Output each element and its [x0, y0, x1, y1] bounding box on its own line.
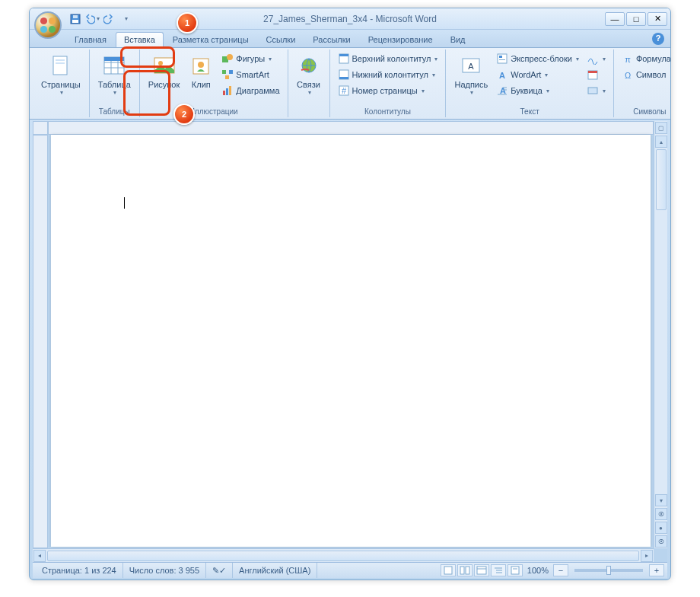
smartart-button[interactable]: SmartArt: [218, 67, 282, 82]
status-word-count[interactable]: Число слов: 3 955: [123, 563, 206, 578]
symbol-button[interactable]: Ω Символ▾: [619, 67, 671, 82]
svg-point-17: [158, 61, 163, 65]
svg-text:A: A: [499, 71, 505, 80]
view-print-layout[interactable]: [441, 564, 456, 576]
next-page-button[interactable]: ⦿: [655, 535, 667, 548]
view-draft[interactable]: [508, 564, 523, 576]
tab-mailings[interactable]: Рассылки: [304, 32, 358, 47]
clip-button[interactable]: Клип: [185, 51, 217, 91]
document-page[interactable]: [51, 135, 651, 547]
scroll-right-button[interactable]: ▸: [641, 550, 653, 562]
chart-label: Диаграмма: [236, 86, 279, 95]
zoom-slider[interactable]: [574, 569, 643, 572]
view-web-layout[interactable]: [474, 564, 489, 576]
qat-customize[interactable]: ▾: [118, 11, 133, 27]
zoom-out-button[interactable]: −: [553, 564, 568, 576]
svg-rect-32: [339, 77, 348, 79]
minimize-button[interactable]: —: [605, 12, 625, 26]
scroll-down-button[interactable]: ▾: [655, 494, 667, 506]
chevron-down-icon: ▾: [113, 89, 116, 96]
textbox-button[interactable]: A Надпись ▾: [450, 51, 492, 97]
object-button[interactable]: ▾: [584, 83, 609, 98]
tab-page-layout[interactable]: Разметка страницы: [164, 32, 257, 47]
dropcap-icon: A: [496, 85, 508, 97]
group-header-footer: Верхний колонтитул▾ Нижний колонтитул▾ #…: [330, 49, 447, 117]
tab-review[interactable]: Рецензирование: [360, 32, 441, 47]
group-text: A Надпись ▾ Экспресс-блоки▾ A WordArt▾ A: [446, 49, 613, 117]
footer-button[interactable]: Нижний колонтитул▾: [335, 67, 441, 82]
status-language[interactable]: Английский (США): [233, 563, 317, 578]
svg-rect-23: [229, 70, 233, 74]
horizontal-scrollbar[interactable]: ◂ ▸: [33, 548, 654, 562]
table-icon: [102, 54, 126, 78]
qat-undo[interactable]: ▾: [84, 11, 100, 27]
shapes-button[interactable]: Фигуры▾: [218, 51, 282, 66]
chevron-down-icon: ▾: [308, 89, 311, 96]
svg-rect-50: [444, 567, 452, 574]
svg-point-2: [40, 26, 47, 33]
group-illustrations: Рисунок Клип Фигуры▾ SmartArt: [140, 49, 288, 117]
text-cursor: [124, 197, 125, 209]
group-symbols-label: Символы: [619, 107, 671, 117]
tab-references[interactable]: Ссылки: [258, 32, 304, 47]
zoom-in-button[interactable]: +: [649, 564, 664, 576]
tab-insert[interactable]: Вставка: [116, 32, 164, 47]
shapes-icon: [221, 53, 234, 65]
wordart-button[interactable]: A WordArt▾: [493, 67, 582, 82]
page-number-button[interactable]: # Номер страницы▾: [335, 83, 441, 98]
shapes-label: Фигуры: [236, 54, 265, 63]
ruler-toggle[interactable]: ▢: [655, 122, 667, 134]
svg-rect-26: [226, 88, 228, 95]
qat-redo[interactable]: [101, 11, 116, 27]
group-symbols: π Формула▾ Ω Символ▾ Символы: [614, 49, 671, 117]
dropcap-button[interactable]: A Буквица▾: [493, 83, 582, 98]
svg-rect-6: [73, 15, 78, 18]
horizontal-ruler[interactable]: [48, 121, 654, 135]
status-spellcheck[interactable]: ✎✓: [206, 563, 233, 578]
browse-object-button[interactable]: ●: [655, 522, 667, 534]
view-full-screen[interactable]: [457, 564, 473, 576]
scroll-left-button[interactable]: ◂: [33, 550, 46, 562]
qat-save[interactable]: [68, 11, 83, 27]
close-button[interactable]: ✕: [648, 12, 667, 26]
status-page[interactable]: Страница: 1 из 224: [36, 563, 123, 578]
pages-button[interactable]: Страницы ▾: [37, 51, 84, 97]
symbol-label: Символ: [636, 70, 667, 79]
ruler-corner[interactable]: [33, 121, 48, 135]
view-outline[interactable]: [491, 564, 506, 576]
svg-rect-22: [222, 70, 226, 74]
dropcap-label: Буквица: [511, 86, 542, 95]
scroll-thumb-vertical[interactable]: [656, 149, 667, 210]
tab-view[interactable]: Вид: [442, 32, 474, 47]
table-button[interactable]: Таблица ▾: [94, 51, 135, 97]
group-pages-label: [37, 107, 84, 117]
header-button[interactable]: Верхний колонтитул▾: [335, 51, 441, 66]
help-icon[interactable]: ?: [652, 33, 664, 45]
svg-point-0: [40, 18, 47, 24]
svg-rect-52: [466, 567, 469, 574]
scroll-thumb-horizontal[interactable]: [47, 551, 639, 561]
equation-button[interactable]: π Формула▾: [619, 51, 671, 66]
vertical-scrollbar[interactable]: ▢ ▴ ▾ ⦿ ● ⦿: [654, 121, 667, 548]
chevron-down-icon: ▾: [470, 89, 473, 96]
datetime-button[interactable]: [584, 67, 609, 82]
zoom-thumb[interactable]: [606, 566, 611, 575]
chart-button[interactable]: Диаграмма: [218, 83, 282, 98]
prev-page-button[interactable]: ⦿: [655, 508, 667, 520]
svg-rect-39: [499, 59, 505, 60]
svg-text:π: π: [625, 55, 631, 64]
picture-button[interactable]: Рисунок: [145, 51, 184, 91]
office-button[interactable]: [34, 11, 62, 39]
callout-badge-2: 2: [173, 104, 195, 125]
zoom-level[interactable]: 100%: [527, 566, 549, 575]
tab-home[interactable]: Главная: [66, 32, 115, 47]
maximize-button[interactable]: □: [626, 12, 646, 26]
chevron-down-icon: ▾: [97, 15, 100, 22]
quick-parts-button[interactable]: Экспресс-блоки▾: [493, 51, 582, 66]
links-button[interactable]: Связи ▾: [293, 51, 325, 97]
scroll-up-button[interactable]: ▴: [655, 136, 667, 148]
vertical-ruler[interactable]: [33, 135, 48, 548]
svg-point-19: [198, 62, 204, 68]
signature-button[interactable]: ▾: [584, 51, 609, 66]
group-pages: Страницы ▾: [33, 49, 90, 117]
